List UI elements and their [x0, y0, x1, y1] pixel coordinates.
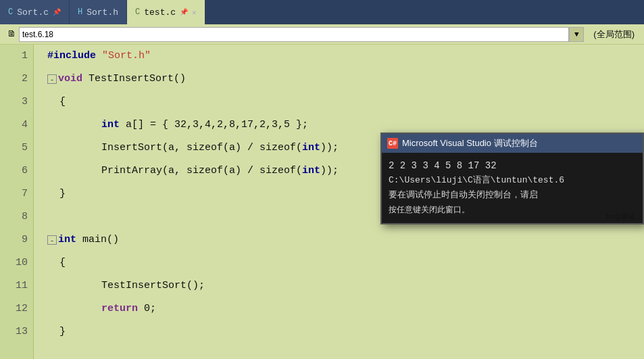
line-num-9: 9 — [0, 229, 33, 252]
sort-h-icon: H — [78, 7, 82, 17]
console-title-text: Microsoft Visual Studio 调试控制台 — [402, 137, 538, 149]
breadcrumb-dropdown[interactable]: ▼ — [569, 27, 584, 42]
printarray-call: PrintArray(a, sizeof(a) / sizeof( — [101, 160, 302, 183]
test-c-icon: C — [135, 7, 140, 17]
tab-test-c-label: test.c — [144, 7, 176, 18]
code-line-9: -int main() — [34, 229, 644, 252]
line-numbers: 1 2 3 4 5 6 7 8 9 10 11 12 13 — [0, 45, 34, 359]
sort-c-icon: C — [8, 7, 13, 17]
code-line-2: -void TestInsertSort() — [34, 68, 644, 91]
code-area: 1 2 3 4 5 6 7 8 9 10 11 12 13 #include "… — [0, 45, 644, 359]
console-note-line: 要在调试停止时自动关闭控制台，请启 — [389, 188, 636, 203]
code-line-13: } — [34, 320, 644, 343]
line-num-11: 11 — [0, 274, 33, 297]
code-line-1: #include "Sort.h" — [34, 45, 644, 68]
void-keyword: void — [58, 68, 82, 91]
line-num-3: 3 — [0, 91, 33, 114]
open-brace-2: { — [47, 252, 66, 274]
testinsertsort-call: TestInsertSort(); — [101, 274, 205, 297]
insertsort-call-end: )); — [320, 137, 339, 160]
return-value: 0; — [138, 297, 156, 320]
include-value: "Sort.h" — [102, 45, 151, 68]
line-num-13: 13 — [0, 320, 33, 343]
line-num-4: 4 — [0, 114, 33, 137]
console-path-line: C:\Users\liuji\C语言\tuntun\test.6 — [389, 173, 636, 188]
vs-icon: C# — [387, 138, 398, 149]
int-keyword-2: int — [302, 137, 320, 160]
pin-icon-2: 📌 — [180, 8, 188, 16]
code-line-3: { — [34, 91, 644, 114]
func-name-testinsertsort: TestInsertSort() — [82, 68, 186, 91]
return-keyword: return — [101, 297, 138, 320]
line-num-2: 2 — [0, 68, 33, 91]
console-title-bar[interactable]: C# Microsoft Visual Studio 调试控制台 — [382, 134, 643, 153]
nav-bar: 🗎 ▼ (全局范围) — [0, 24, 644, 45]
pin-icon: 📌 — [53, 8, 61, 16]
console-panel: C# Microsoft Visual Studio 调试控制台 2 2 3 3… — [380, 133, 644, 224]
line-num-6: 6 — [0, 160, 33, 183]
tab-sort-c[interactable]: C Sort.c 📌 — [0, 0, 70, 24]
tab-sort-h-label: Sort.h — [86, 7, 118, 18]
file-nav-icon: 🗎 — [4, 27, 19, 42]
include-keyword: #include — [47, 45, 102, 68]
code-line-11: TestInsertSort(); — [34, 274, 644, 297]
int-keyword-1: int — [101, 114, 120, 137]
console-note2-line: 按任意键关闭此窗口。 — [389, 203, 636, 218]
int-keyword-4: int — [58, 229, 76, 252]
close-brace-1: } — [47, 183, 66, 206]
array-decl: a[] = { 32,3,4,2,8,17,2,3,5 }; — [120, 114, 308, 137]
line-num-8: 8 — [0, 206, 33, 229]
tab-test-c[interactable]: C test.c 📌 ✕ — [127, 0, 205, 24]
line-num-1: 1 — [0, 45, 33, 68]
line-num-12: 12 — [0, 297, 33, 320]
code-line-12: return 0; — [34, 297, 644, 320]
line-num-5: 5 — [0, 137, 33, 160]
insertsort-call: InsertSort(a, sizeof(a) / sizeof( — [101, 137, 302, 160]
printarray-call-end: )); — [320, 160, 339, 183]
tab-sort-h[interactable]: H Sort.h — [70, 0, 127, 24]
title-bar: C Sort.c 📌 H Sort.h C test.c 📌 ✕ — [0, 0, 644, 24]
int-keyword-3: int — [302, 160, 320, 183]
tab-sort-c-label: Sort.c — [17, 7, 49, 18]
line-num-10: 10 — [0, 252, 33, 274]
open-brace-1: { — [47, 91, 66, 114]
collapse-marker-9[interactable]: - — [47, 235, 57, 245]
close-brace-2: } — [47, 320, 66, 343]
code-line-10: { — [34, 252, 644, 274]
collapse-marker-2[interactable]: - — [47, 74, 57, 84]
close-tab-button[interactable]: ✕ — [192, 8, 197, 17]
scope-label: (全局范围) — [584, 28, 644, 41]
line-num-7: 7 — [0, 183, 33, 206]
breadcrumb-input[interactable] — [19, 27, 569, 42]
console-output-line: 2 2 3 3 4 5 8 17 32 — [389, 158, 636, 173]
watermark: bn@豚鼠... — [603, 211, 643, 223]
main-func: main() — [76, 229, 119, 252]
